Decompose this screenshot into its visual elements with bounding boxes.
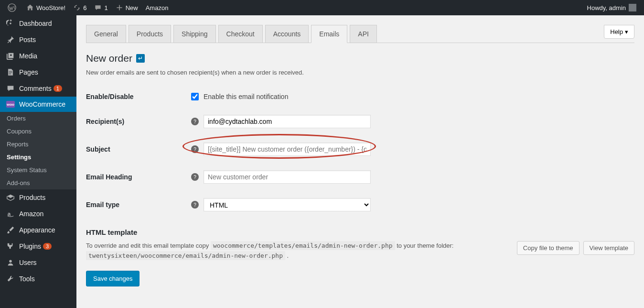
row-recipients: Recipient(s) ?: [86, 108, 634, 135]
tab-shipping[interactable]: Shipping: [173, 25, 216, 43]
help-icon[interactable]: ?: [191, 145, 199, 153]
sidebar-item-woocommerce[interactable]: woo WooCommerce: [0, 97, 76, 112]
enable-checkbox-label[interactable]: Enable this email notification: [204, 93, 288, 100]
tab-accounts[interactable]: Accounts: [265, 25, 309, 43]
plugin-badge: 3: [43, 243, 52, 250]
help-icon[interactable]: ?: [191, 201, 199, 209]
sidebar-item-plugins[interactable]: Plugins 3: [0, 238, 76, 254]
submenu-reports[interactable]: Reports: [0, 138, 76, 151]
plus-icon: [116, 4, 123, 11]
submenu-addons[interactable]: Add-ons: [0, 176, 76, 189]
copy-file-button[interactable]: Copy file to theme: [517, 241, 580, 255]
sidebar-item-label: Products: [19, 194, 45, 201]
tab-general[interactable]: General: [86, 25, 126, 43]
howdy-text: Howdy, admin: [587, 4, 626, 11]
sidebar-item-comments[interactable]: Comments 1: [0, 80, 76, 97]
sidebar-item-label: WooCommerce: [19, 100, 65, 108]
subject-label: Subject: [86, 145, 191, 153]
admin-bar: WooStore! 6 1 New Amazon Howdy, admin: [0, 0, 644, 15]
help-icon[interactable]: ?: [191, 118, 199, 125]
amazon-label: Amazon: [146, 4, 169, 11]
sidebar-item-amazon[interactable]: a Amazon: [0, 206, 76, 222]
new-label: New: [126, 4, 138, 11]
comments-link[interactable]: 1: [90, 0, 111, 15]
admin-bar-right: Howdy, admin: [583, 0, 640, 15]
template-path-source: woocommerce/templates/emails/admin-new-o…: [211, 241, 395, 250]
updates-link[interactable]: 6: [69, 0, 90, 15]
sidebar-item-products[interactable]: Products: [0, 189, 76, 206]
heading-input[interactable]: [204, 170, 371, 184]
sidebar-item-label: Plugins: [19, 242, 41, 250]
save-button[interactable]: Save changes: [86, 271, 140, 286]
heading-label: Email Heading: [86, 173, 191, 181]
tools-icon: [6, 275, 15, 283]
enable-label: Enable/Disable: [86, 93, 191, 100]
row-type: Email type ? HTML: [86, 191, 634, 219]
sidebar-item-dashboard[interactable]: Dashboard: [0, 15, 76, 32]
sidebar-item-label: Posts: [19, 36, 36, 44]
sidebar-item-users[interactable]: Users: [0, 254, 76, 271]
tab-emails[interactable]: Emails: [311, 25, 347, 43]
svg-point-4: [9, 260, 11, 263]
dashboard-icon: [6, 19, 15, 28]
comments-count: 1: [104, 4, 107, 11]
page-title: New order ↵: [86, 53, 634, 64]
woocommerce-submenu: Orders Coupons Reports Settings System S…: [0, 112, 76, 189]
svg-point-2: [10, 54, 12, 56]
wordpress-icon: [8, 3, 16, 12]
sidebar-item-tools[interactable]: Tools: [0, 271, 76, 287]
sidebar-item-appearance[interactable]: Appearance: [0, 222, 76, 238]
site-name-link[interactable]: WooStore!: [22, 0, 69, 15]
recipients-input[interactable]: [204, 115, 371, 128]
media-icon: [6, 52, 15, 60]
submenu-orders[interactable]: Orders: [0, 112, 76, 125]
updates-count: 6: [83, 4, 86, 11]
template-description: To override and edit this email template…: [86, 241, 453, 261]
submenu-coupons[interactable]: Coupons: [0, 125, 76, 138]
template-buttons: Copy file to theme View template: [517, 241, 634, 255]
page-description: New order emails are sent to chosen reci…: [86, 69, 634, 76]
wp-logo[interactable]: [4, 0, 22, 15]
view-template-button[interactable]: View template: [583, 241, 634, 255]
plug-icon: [6, 242, 15, 251]
svg-point-1: [10, 22, 11, 24]
submenu-system-status[interactable]: System Status: [0, 164, 76, 176]
site-name: WooStore!: [36, 4, 65, 11]
avatar: [629, 4, 636, 11]
sidebar-item-label: Appearance: [19, 226, 55, 234]
new-link[interactable]: New: [112, 0, 142, 15]
svg-text:a: a: [8, 210, 11, 217]
sidebar-item-label: Pages: [19, 68, 38, 76]
sidebar-item-label: Amazon: [19, 210, 43, 218]
type-select[interactable]: HTML: [204, 198, 371, 211]
tab-api[interactable]: API: [350, 25, 377, 43]
amazon-icon: a: [6, 209, 15, 218]
sidebar-item-pages[interactable]: Pages: [0, 64, 76, 80]
recipients-label: Recipient(s): [86, 118, 191, 125]
pin-icon: [6, 35, 15, 44]
subject-input[interactable]: [204, 143, 371, 156]
template-path-dest: twentysixteen/woocommerce/emails/admin-n…: [86, 251, 285, 260]
type-label: Email type: [86, 201, 191, 209]
row-heading: Email Heading ?: [86, 163, 634, 191]
amazon-link[interactable]: Amazon: [142, 0, 172, 15]
back-link-icon[interactable]: ↵: [136, 54, 145, 63]
updates-icon: [73, 4, 81, 11]
sidebar-item-label: Tools: [19, 275, 35, 283]
tab-checkout[interactable]: Checkout: [218, 25, 263, 43]
help-icon[interactable]: ?: [191, 173, 199, 181]
sidebar-item-posts[interactable]: Posts: [0, 32, 76, 48]
comment-badge: 1: [54, 85, 62, 92]
my-account[interactable]: Howdy, admin: [583, 0, 640, 15]
enable-checkbox[interactable]: [191, 93, 199, 100]
woo-icon: woo: [6, 101, 15, 108]
main-content: General Products Shipping Checkout Accou…: [76, 25, 644, 296]
template-title: HTML template: [86, 228, 634, 236]
tab-products[interactable]: Products: [129, 25, 171, 43]
comment-icon: [94, 4, 102, 11]
chevron-down-icon: ▾: [625, 28, 628, 35]
help-button[interactable]: Help ▾: [604, 25, 634, 39]
sidebar-item-media[interactable]: Media: [0, 48, 76, 64]
pages-icon: [6, 68, 15, 77]
submenu-settings[interactable]: Settings: [0, 151, 76, 164]
